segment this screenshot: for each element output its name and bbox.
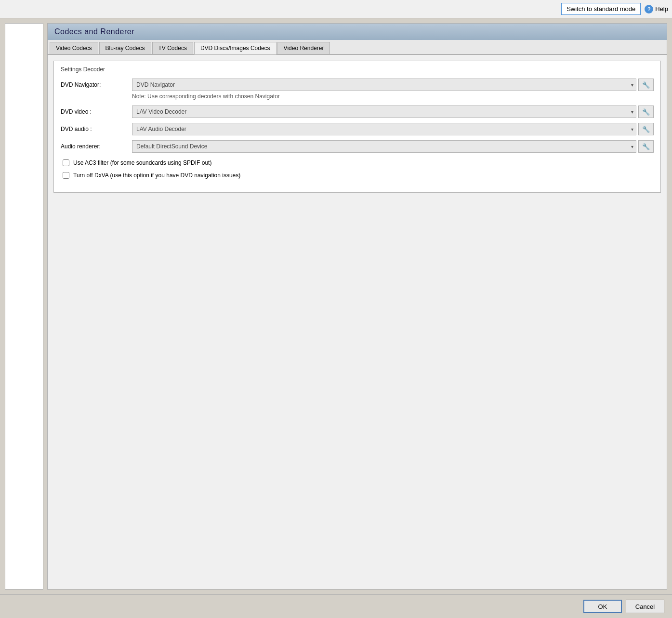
dxva-checkbox-label: Turn off DxVA (use this option if you ha… bbox=[73, 172, 240, 179]
tab-video-renderer[interactable]: Video Renderer bbox=[277, 42, 330, 54]
tab-video-codecs[interactable]: Video Codecs bbox=[50, 42, 98, 54]
dvd-audio-label: DVD audio : bbox=[61, 126, 128, 132]
dvd-audio-select[interactable]: LAV Audio Decoder bbox=[132, 123, 636, 135]
sidebar bbox=[5, 23, 43, 590]
audio-renderer-select-wrapper: Default DirectSound Device ▾ bbox=[132, 140, 636, 153]
audio-renderer-settings-button[interactable]: 🔧 bbox=[638, 140, 654, 153]
top-bar: Switch to standard mode ? Help bbox=[0, 0, 672, 18]
dvd-video-select-wrapper: LAV Video Decoder ▾ bbox=[132, 105, 636, 118]
tab-bluray-codecs[interactable]: Blu-ray Codecs bbox=[99, 42, 151, 54]
dxva-checkbox-row: Turn off DxVA (use this option if you ha… bbox=[63, 172, 654, 179]
wrench-icon-renderer: 🔧 bbox=[642, 143, 650, 150]
dvd-navigator-row: DVD Navigator: DVD Navigator ▾ 🔧 bbox=[61, 79, 654, 91]
dvd-navigator-select[interactable]: DVD Navigator bbox=[132, 79, 636, 91]
dvd-audio-row: DVD audio : LAV Audio Decoder ▾ 🔧 bbox=[61, 123, 654, 135]
dvd-navigator-select-wrapper: DVD Navigator ▾ bbox=[132, 79, 636, 91]
help-button[interactable]: ? Help bbox=[645, 5, 668, 13]
dxva-checkbox[interactable] bbox=[63, 172, 69, 179]
dvd-video-settings-button[interactable]: 🔧 bbox=[638, 105, 654, 118]
audio-renderer-row: Audio renderer: Default DirectSound Devi… bbox=[61, 140, 654, 153]
dvd-video-select-wrap: LAV Video Decoder ▾ 🔧 bbox=[132, 105, 654, 118]
help-label: Help bbox=[655, 5, 668, 13]
dvd-video-select[interactable]: LAV Video Decoder bbox=[132, 105, 636, 118]
ac3-checkbox[interactable] bbox=[63, 159, 69, 166]
dvd-navigator-note: Note: Use corresponding decoders with ch… bbox=[132, 93, 654, 100]
main-area: Codecs and Renderer Video Codecs Blu-ray… bbox=[0, 18, 672, 594]
tab-tv-codecs[interactable]: TV Codecs bbox=[152, 42, 193, 54]
dvd-audio-settings-button[interactable]: 🔧 bbox=[638, 123, 654, 135]
bottom-bar: OK Cancel bbox=[0, 594, 672, 618]
dvd-navigator-settings-button[interactable]: 🔧 bbox=[638, 79, 654, 91]
audio-renderer-select[interactable]: Default DirectSound Device bbox=[132, 140, 636, 153]
wrench-icon-video: 🔧 bbox=[642, 108, 650, 116]
wrench-icon: 🔧 bbox=[642, 81, 650, 89]
switch-mode-button[interactable]: Switch to standard mode bbox=[561, 3, 641, 15]
content-panel: Codecs and Renderer Video Codecs Blu-ray… bbox=[47, 23, 667, 590]
tabs-bar: Video Codecs Blu-ray Codecs TV Codecs DV… bbox=[48, 40, 667, 55]
group-title: Settings Decoder bbox=[61, 66, 654, 73]
ac3-checkbox-row: Use AC3 filter (for some soundcards usin… bbox=[63, 159, 654, 166]
dvd-audio-select-wrapper: LAV Audio Decoder ▾ bbox=[132, 123, 636, 135]
audio-renderer-select-wrap: Default DirectSound Device ▾ 🔧 bbox=[132, 140, 654, 153]
dvd-navigator-select-wrap: DVD Navigator ▾ 🔧 bbox=[132, 79, 654, 91]
audio-renderer-label: Audio renderer: bbox=[61, 143, 128, 150]
dvd-navigator-label: DVD Navigator: bbox=[61, 81, 128, 88]
wrench-icon-audio: 🔧 bbox=[642, 126, 650, 133]
settings-decoder-group: Settings Decoder DVD Navigator: DVD Navi… bbox=[53, 61, 661, 193]
ok-button[interactable]: OK bbox=[583, 600, 622, 613]
tab-content-dvd: Settings Decoder DVD Navigator: DVD Navi… bbox=[48, 55, 667, 589]
help-icon: ? bbox=[645, 5, 653, 13]
ac3-checkbox-label: Use AC3 filter (for some soundcards usin… bbox=[73, 159, 211, 166]
cancel-button[interactable]: Cancel bbox=[626, 600, 664, 613]
dvd-audio-select-wrap: LAV Audio Decoder ▾ 🔧 bbox=[132, 123, 654, 135]
dvd-video-row: DVD video : LAV Video Decoder ▾ 🔧 bbox=[61, 105, 654, 118]
panel-title: Codecs and Renderer bbox=[48, 24, 667, 40]
tab-dvd-discs-codecs[interactable]: DVD Discs/Images Codecs bbox=[194, 42, 277, 54]
dvd-video-label: DVD video : bbox=[61, 108, 128, 115]
